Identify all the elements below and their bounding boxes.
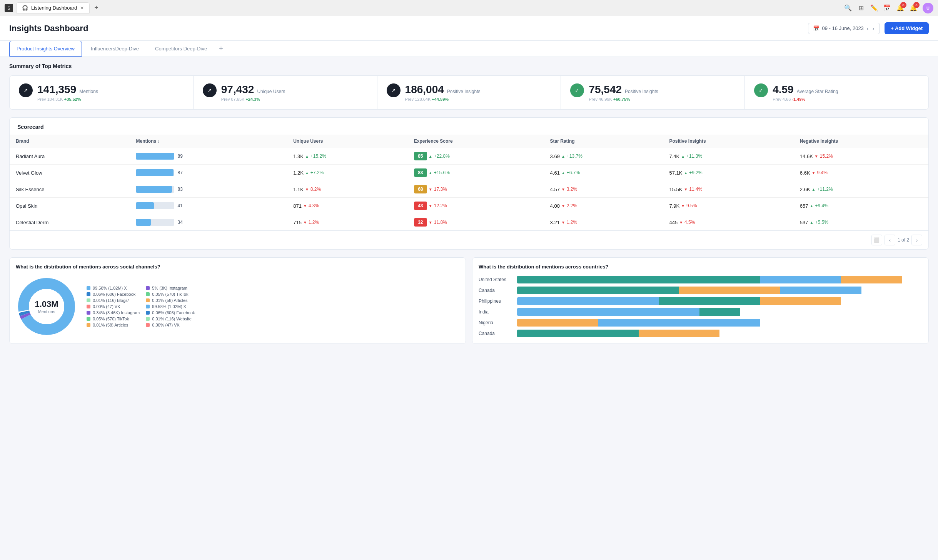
summary-section-title: Summary of Top Metrics xyxy=(9,63,929,69)
date-next-button[interactable]: › xyxy=(872,25,875,32)
donut-wrapper: 1.03M Mentions xyxy=(16,276,77,337)
date-icon: 📅 xyxy=(813,25,819,32)
table-row: Opal Skin 41 871 ▼ 4.3% 43 ▼ 12.2% 4.00 xyxy=(10,198,928,214)
grid-icon[interactable]: ⊞ xyxy=(857,4,865,12)
scorecard-title: Scorecard xyxy=(10,118,928,135)
stacked-bar xyxy=(517,276,922,283)
search-icon[interactable]: 🔍 xyxy=(844,4,852,12)
browser-logo: S xyxy=(5,4,13,12)
star-rating-icon: ✓ xyxy=(754,83,768,97)
country-row: Canada xyxy=(479,287,922,294)
browser-chrome: S 🎧 Listening Dashboard ✕ + 🔍 ⊞ ✏️ 📅 🔔 8… xyxy=(0,0,938,16)
page-next-button[interactable]: › xyxy=(911,235,922,245)
country-name: Nigeria xyxy=(479,320,513,325)
unique-users-cell: 1.2K ▲ +7.2% xyxy=(287,165,408,181)
positive-insights-1-sub: Prev 128.64K +44.59% xyxy=(405,97,481,102)
notifications-icon[interactable]: 🔔 8 xyxy=(896,4,904,12)
date-prev-button[interactable]: ‹ xyxy=(866,25,870,32)
export-button[interactable]: ⬜ xyxy=(871,235,882,245)
country-bars: United States Canada Philippines India N… xyxy=(479,276,922,337)
exp-score-cell: 68 ▼ 17.3% xyxy=(408,181,544,198)
positive-insights-2-content: 75,542 Positive Insights Prev 46.99K +60… xyxy=(589,83,658,102)
donut-area: 1.03M Mentions 99.58% (1.02M) X5% (3K) I… xyxy=(16,276,459,337)
legend-item: 0.05% (570) TikTok xyxy=(87,317,140,321)
page-header: Insights Dashboard 📅 09 - 16 June, 2023 … xyxy=(0,16,938,41)
add-tab-button[interactable]: + xyxy=(216,42,226,56)
star-rating-label: Average Star Rating xyxy=(797,89,838,94)
scorecard-tbody: Radiant Aura 89 1.3K ▲ +15.2% 85 ▲ +22.8… xyxy=(10,148,928,231)
star-rating-sub: Prev 4.66 -1.49% xyxy=(773,97,838,102)
unique-users-value: 97,432 xyxy=(221,83,254,96)
country-row: India xyxy=(479,308,922,316)
neg-insights-cell: 657 ▲ +9.4% xyxy=(794,198,928,214)
legend-item: 5% (3K) Instagram xyxy=(146,286,199,290)
tab-influencers[interactable]: InfluencersDeep-Dive xyxy=(83,41,146,57)
date-range-label: 09 - 16 June, 2023 xyxy=(822,25,863,31)
add-widget-button[interactable]: + Add Widget xyxy=(885,22,929,34)
col-positive-insights: Positive Insights xyxy=(663,135,793,148)
metric-mentions: ↗ 141,359 Mentions Prev 104.31K +35.52% xyxy=(10,76,194,109)
table-row: Velvet Glow 87 1.2K ▲ +7.2% 83 ▲ +15.6% … xyxy=(10,165,928,181)
country-row: Canada xyxy=(479,330,922,337)
col-unique-users: Unique Users xyxy=(287,135,408,148)
country-name: United States xyxy=(479,277,513,282)
legend-item: 0.00% (47) VK xyxy=(146,323,199,327)
legend-item: 99.58% (1.02M) X xyxy=(146,304,199,309)
main-content: Summary of Top Metrics ↗ 141,359 Mention… xyxy=(0,57,938,350)
scorecard-section: Scorecard Brand Mentions Unique Users Ex… xyxy=(9,117,929,250)
pos-insights-cell: 15.5K ▼ 11.4% xyxy=(663,181,793,198)
legend-item: 0.01% (58) Articles xyxy=(87,323,140,327)
positive-insights-2-value: 75,542 xyxy=(589,83,622,96)
exp-score-cell: 83 ▲ +15.6% xyxy=(408,165,544,181)
legend-item: 0.06% (606) Facebook xyxy=(87,292,140,297)
table-row: Radiant Aura 89 1.3K ▲ +15.2% 85 ▲ +22.8… xyxy=(10,148,928,165)
neg-insights-cell: 6.6K ▼ 9.4% xyxy=(794,165,928,181)
mentions-cell: 89 xyxy=(130,148,287,165)
unique-users-cell: 1.3K ▲ +15.2% xyxy=(287,148,408,165)
star-rating-content: 4.59 Average Star Rating Prev 4.66 -1.49… xyxy=(773,83,838,102)
col-experience-score: Experience Score xyxy=(408,135,544,148)
unique-users-cell: 1.1K ▼ 8.2% xyxy=(287,181,408,198)
social-channels-chart: What is the distribution of mentions acr… xyxy=(9,257,466,344)
positive-insights-1-label: Positive Insights xyxy=(447,89,481,94)
bell-icon[interactable]: 🔔 8 xyxy=(910,4,917,12)
avatar[interactable]: U xyxy=(923,3,933,13)
positive-insights-1-icon: ↗ xyxy=(387,83,401,97)
mentions-value: 141,359 xyxy=(37,83,76,96)
mentions-cell: 87 xyxy=(130,165,287,181)
pos-insights-cell: 445 ▼ 4.5% xyxy=(663,214,793,231)
stacked-bar xyxy=(517,330,922,337)
new-tab-button[interactable]: + xyxy=(93,4,100,12)
table-row: Celestial Derm 34 715 ▼ 1.2% 32 ▼ 11.8% … xyxy=(10,214,928,231)
countries-chart: What is the distribution of mentions acr… xyxy=(472,257,929,344)
col-brand: Brand xyxy=(10,135,130,148)
metric-star-rating: ✓ 4.59 Average Star Rating Prev 4.66 -1.… xyxy=(745,76,928,109)
bell-badge: 8 xyxy=(913,2,920,8)
country-row: United States xyxy=(479,276,922,283)
date-picker[interactable]: 📅 09 - 16 June, 2023 ‹ › xyxy=(808,23,880,34)
edit-icon[interactable]: ✏️ xyxy=(870,4,878,12)
mentions-cell: 41 xyxy=(130,198,287,214)
calendar-icon[interactable]: 📅 xyxy=(883,4,891,12)
country-row: Nigeria xyxy=(479,319,922,327)
tabs-bar: Product Insights Overview InfluencersDee… xyxy=(0,41,938,57)
mentions-label: Mentions xyxy=(79,89,98,94)
tab-competitors[interactable]: Competitors Deep-Dive xyxy=(148,41,214,57)
country-name: India xyxy=(479,309,513,315)
tab-close-button[interactable]: ✕ xyxy=(80,5,84,11)
tab-product-insights[interactable]: Product Insights Overview xyxy=(9,41,82,57)
brand-cell: Velvet Glow xyxy=(10,165,130,181)
scorecard-table: Brand Mentions Unique Users Experience S… xyxy=(10,135,928,230)
unique-users-label: Unique Users xyxy=(257,89,285,94)
positive-insights-1-value: 186,004 xyxy=(405,83,444,96)
neg-insights-cell: 537 ▲ +5.5% xyxy=(794,214,928,231)
browser-tab[interactable]: 🎧 Listening Dashboard ✕ xyxy=(16,2,90,13)
page-prev-button[interactable]: ‹ xyxy=(885,235,895,245)
unique-users-sub: Prev 87.65K +24.3% xyxy=(221,97,285,102)
stacked-bar xyxy=(517,287,922,294)
legend-item: 0.01% (116) Blogs/ xyxy=(87,298,140,303)
legend-item: 0.34% (3.46K) Instagram xyxy=(87,310,140,315)
neg-insights-cell: 14.6K ▼ 15.2% xyxy=(794,148,928,165)
legend-item: 99.58% (1.02M) X xyxy=(87,286,140,290)
col-mentions[interactable]: Mentions xyxy=(130,135,287,148)
